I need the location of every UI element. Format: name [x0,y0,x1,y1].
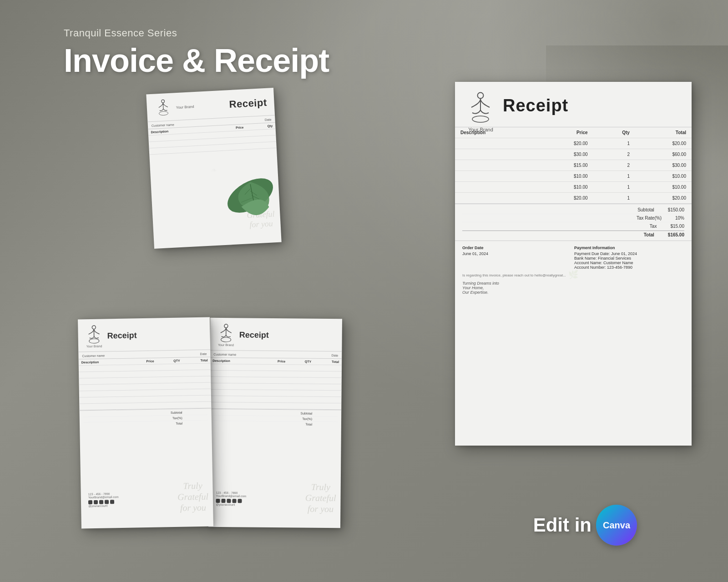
large-qty-header: Qty [593,127,635,138]
title-area: Tranquil Essence Series Invoice & Receip… [64,27,329,79]
customer-label: Customer name [152,123,174,127]
bl-total-hdr: Total [183,357,211,364]
bc-header: Your Brand Receipt [210,318,342,352]
receipt-title-top: Receipt [229,97,267,110]
brand-name-top: Your Brand [176,105,194,110]
row4-qty: 1 [593,171,635,182]
edit-in-text: Edit in [533,514,592,536]
row2-qty: 2 [593,149,635,160]
social-fb [88,500,92,504]
bl-qty-hdr: QTY [157,358,183,364]
row5-total: $10.00 [635,182,692,193]
svg-point-9 [221,337,231,342]
bl-customer-label: Customer name [82,354,105,358]
bc-total-lbl: Total [305,423,312,426]
row1-qty: 1 [593,138,635,149]
main-title: Invoice & Receipt [64,43,329,79]
row4-total: $10.00 [635,171,692,182]
bc-price-hdr: Price [259,358,288,365]
large-items-table: Description Price Qty Total $20.00 1 $20… [455,127,692,204]
bc-customer-label: Customer name [213,353,236,356]
svg-point-7 [89,339,99,343]
tax-label: Tax [650,224,657,229]
receipt-large: 🌿 Your Brand Receipt Description Price Q… [455,82,692,446]
payment-due: Payment Due Date: June 01, 2024 [574,251,684,256]
bl-email: YourBrand@email.com [88,495,119,499]
bl-social: @youraccount [88,504,119,507]
tax-rate-value: 10% [675,216,684,221]
subtitle: Tranquil Essence Series [64,27,329,39]
row3-price: $15.00 [537,160,593,171]
canva-logo-text: Canva [603,520,630,531]
social-yt [105,500,109,504]
bl-total-lbl: Total [176,422,182,425]
bc-brand-name: Your Brand [218,343,234,346]
receipt-bottom-left: Your Brand Receipt Customer name Date De… [78,317,213,529]
bc-footer: 123 - 456 - 7890 YourBrand@email.com @yo… [212,488,250,509]
canva-badge: Edit in Canva [533,505,637,546]
subtotal-value: $150.00 [668,207,684,212]
bl-subtotal: Subtotal Tax(%) Total [79,408,212,428]
receipt-bottom-center: Your Brand Receipt Customer name Date De… [208,318,342,528]
closing-text: Turning Dreams intoYour Home,Our Experti… [462,281,684,295]
svg-point-5 [472,116,489,122]
total-label: Total [644,232,654,237]
bl-watermark: TrulyGratefulfor you [177,480,208,513]
bc-social-tg [238,499,242,503]
bc-social-ig [227,499,231,503]
bl-brand-name: Your Brand [86,345,102,348]
payment-info-label: Payment Information [574,246,684,250]
bc-subtotal: Subtotal Tax(%) Total [209,409,341,428]
large-receipt-title: Receipt [503,96,568,115]
date-label: Date [265,118,272,121]
order-date-label: Order Date [462,246,572,250]
large-brand-logo: Your Brand [466,91,495,120]
large-price-header: Price [537,127,593,138]
bc-subtotal-lbl: Subtotal [300,411,312,415]
bc-social-yt [232,499,236,503]
bl-date-label: Date [200,352,207,356]
row6-total: $20.00 [635,193,692,204]
row3-qty: 2 [593,160,635,171]
bc-receipt-title: Receipt [239,330,269,340]
bc-desc-hdr: Description [210,358,259,364]
contact-text: Is regarding this invoice, please reach … [462,273,684,277]
svg-point-6 [92,326,96,329]
account-name: Account Name: Customer Name [574,261,684,265]
bl-tax-lbl: Tax(%) [172,416,182,420]
bc-tax-lbl: Tax(%) [302,417,312,421]
bl-subtotal-lbl: Subtotal [171,411,182,414]
row1-price: $20.00 [537,138,593,149]
bank-name: Bank Name: Financial Services [574,256,684,261]
social-tg [110,500,114,504]
row3-total: $30.00 [635,160,692,171]
bc-email: YourBrand@email.com [216,494,247,498]
large-total-header: Total [635,127,692,138]
bc-watermark: TrulyGratefulfor you [305,482,336,515]
row5-qty: 1 [593,182,635,193]
bc-social-x [221,499,225,503]
svg-point-2 [159,111,168,115]
row6-price: $20.00 [537,193,593,204]
social-ig [99,500,103,504]
leaf-decoration [214,155,287,236]
row6-qty: 1 [593,193,635,204]
bc-table: Description Price QTY Total [209,358,342,410]
account-number: Account Number: 123-456-7890 [574,265,684,270]
social-x [94,500,98,504]
bc-social: @youraccount [216,503,246,507]
large-doc-header: Your Brand Receipt [455,82,692,127]
bc-social-fb [216,499,220,503]
canva-logo[interactable]: Canva [596,505,637,546]
subtotal-label: Subtotal [637,207,654,212]
bl-receipt-title: Receipt [107,331,136,341]
payment-section: Order Date June 01, 2024 Payment Informa… [455,241,692,299]
bl-header: Your Brand Receipt [78,317,210,352]
brand-logo [154,99,173,118]
order-date-col: Order Date June 01, 2024 [462,246,572,270]
row2-total: $60.00 [635,149,692,160]
row2-price: $30.00 [537,149,593,160]
row4-price: $10.00 [537,171,593,182]
tax-rate-label: Tax Rate(%) [637,216,662,221]
bl-price-hdr: Price [128,358,157,365]
